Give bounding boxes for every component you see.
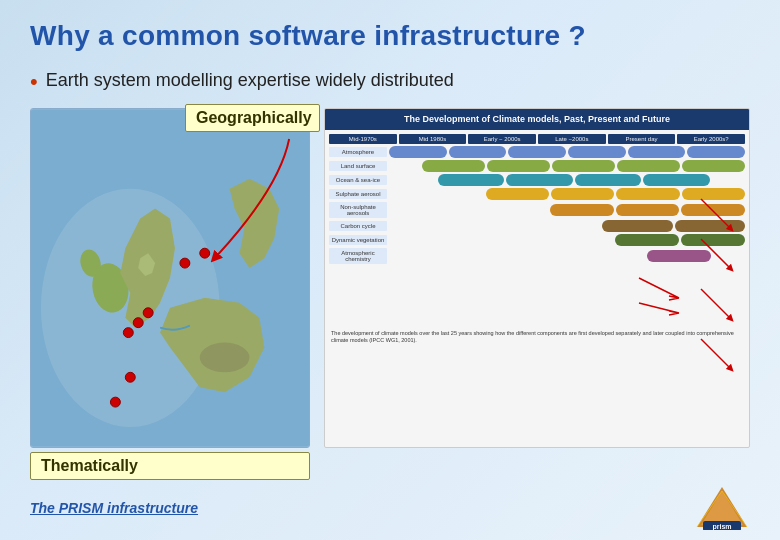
chart-inner: Mid-1970s Mid 1980s Early ~ 2000s Late ~… bbox=[325, 130, 749, 351]
comp-dv-1 bbox=[615, 234, 679, 246]
comp-atm-1 bbox=[389, 146, 447, 158]
geo-label: Geographically bbox=[185, 104, 320, 132]
comp-ac-2 bbox=[713, 250, 745, 262]
comp-label-land: Land surface bbox=[329, 161, 387, 171]
comp-ocean-0 bbox=[389, 174, 436, 186]
slide: Why a common software infrastructure ? •… bbox=[0, 0, 780, 540]
map-dot-5 bbox=[123, 328, 133, 338]
comp-carbon-1 bbox=[602, 220, 672, 232]
comp-label-ocean: Ocean & sea-ice bbox=[329, 175, 387, 185]
chart-arrows-svg bbox=[329, 268, 745, 328]
comp-row-dynveg: Dynamic vegetation bbox=[329, 234, 745, 246]
timeline-cell-5: Early 2000s? bbox=[677, 134, 745, 144]
map-dot-7 bbox=[110, 397, 120, 407]
comp-label-chemist: Atmospheric chemistry bbox=[329, 248, 387, 264]
comp-label-sulf: Sulphate aerosol bbox=[329, 189, 387, 199]
comp-row-nsulf: Non-sulphate aerosols bbox=[329, 202, 745, 218]
right-panel-container: The Development of Climate models, Past,… bbox=[324, 108, 750, 448]
footer: The PRISM infrastructure prism bbox=[30, 485, 750, 530]
comp-sulf-3 bbox=[616, 188, 679, 200]
map-dot-1 bbox=[180, 258, 190, 268]
bullet-text: Earth system modelling expertise widely … bbox=[46, 70, 454, 91]
chart-title: The Development of Climate models, Past,… bbox=[325, 109, 749, 130]
thematic-label: Thematically bbox=[30, 452, 310, 480]
europe-map bbox=[31, 109, 309, 447]
comp-sulf-1 bbox=[486, 188, 549, 200]
map-panel bbox=[30, 108, 310, 448]
svg-point-4 bbox=[200, 343, 250, 373]
map-dot-6 bbox=[125, 373, 135, 383]
comp-ac-1 bbox=[647, 250, 711, 262]
svg-marker-6 bbox=[701, 491, 743, 525]
timeline-cell-2: Early ~ 2000s bbox=[468, 134, 536, 144]
comp-row-land: Land surface bbox=[329, 160, 745, 172]
prism-logo: prism bbox=[695, 485, 750, 530]
footer-link[interactable]: The PRISM infrastructure bbox=[30, 500, 198, 516]
comp-label-carbon: Carbon cycle bbox=[329, 221, 387, 231]
comp-row-atmosphere: Atmosphere bbox=[329, 146, 745, 158]
comp-sulf-2 bbox=[551, 188, 614, 200]
comp-ocean-3 bbox=[575, 174, 642, 186]
comp-land-5 bbox=[682, 160, 745, 172]
comp-ocean-4 bbox=[643, 174, 710, 186]
comp-land-3 bbox=[552, 160, 615, 172]
timeline-cell-4: Present day bbox=[608, 134, 676, 144]
climate-chart: The Development of Climate models, Past,… bbox=[324, 108, 750, 448]
comp-carbon-2 bbox=[675, 220, 745, 232]
chart-arrows-area bbox=[329, 268, 745, 328]
comp-carbon-0 bbox=[389, 220, 600, 232]
slide-title: Why a common software infrastructure ? bbox=[30, 20, 750, 52]
timeline-cell-1: Mid 1980s bbox=[399, 134, 467, 144]
comp-ocean-2 bbox=[506, 174, 573, 186]
comp-dv-0 bbox=[389, 234, 613, 246]
comp-row-sulf: Sulphate aerosol bbox=[329, 188, 745, 200]
bullet-dot: • bbox=[30, 70, 38, 94]
left-panel-container: Geographically bbox=[30, 108, 310, 480]
comp-atm-6 bbox=[687, 146, 745, 158]
comp-row-chemist: Atmospheric chemistry bbox=[329, 248, 745, 264]
svg-text:prism: prism bbox=[712, 523, 731, 530]
timeline-cell-0: Mid-1970s bbox=[329, 134, 397, 144]
comp-sulf-0 bbox=[389, 188, 484, 200]
bullet-point: • Earth system modelling expertise widel… bbox=[30, 70, 750, 94]
comp-label-dynveg: Dynamic vegetation bbox=[329, 235, 387, 245]
comp-atm-2 bbox=[449, 146, 507, 158]
comp-land-1 bbox=[422, 160, 485, 172]
chart-caption: The development of climate models over t… bbox=[329, 328, 745, 347]
comp-atm-5 bbox=[628, 146, 686, 158]
prism-logo-svg: prism bbox=[695, 485, 750, 530]
comp-sulf-4 bbox=[682, 188, 745, 200]
comp-ocean-5 bbox=[712, 174, 745, 186]
comp-land-4 bbox=[617, 160, 680, 172]
comp-dv-2 bbox=[681, 234, 745, 246]
comp-nsulf-1 bbox=[550, 204, 614, 216]
comp-nsulf-2 bbox=[616, 204, 680, 216]
comp-atm-3 bbox=[508, 146, 566, 158]
timeline-row: Mid-1970s Mid 1980s Early ~ 2000s Late ~… bbox=[329, 134, 745, 144]
comp-nsulf-3 bbox=[681, 204, 745, 216]
comp-land-0 bbox=[389, 160, 420, 172]
map-dot-4 bbox=[133, 318, 143, 328]
map-dot-3 bbox=[143, 308, 153, 318]
comp-label-atmosphere: Atmosphere bbox=[329, 147, 387, 157]
comp-land-2 bbox=[487, 160, 550, 172]
comp-row-carbon: Carbon cycle bbox=[329, 220, 745, 232]
comp-row-ocean: Ocean & sea-ice bbox=[329, 174, 745, 186]
map-dot-2 bbox=[200, 248, 210, 258]
content-panels: Geographically bbox=[30, 108, 750, 480]
comp-atm-4 bbox=[568, 146, 626, 158]
comp-ac-0 bbox=[389, 250, 645, 262]
comp-ocean-1 bbox=[438, 174, 505, 186]
comp-label-nsulf: Non-sulphate aerosols bbox=[329, 202, 387, 218]
timeline-cell-3: Late ~2000s bbox=[538, 134, 606, 144]
comp-nsulf-0 bbox=[389, 204, 548, 216]
